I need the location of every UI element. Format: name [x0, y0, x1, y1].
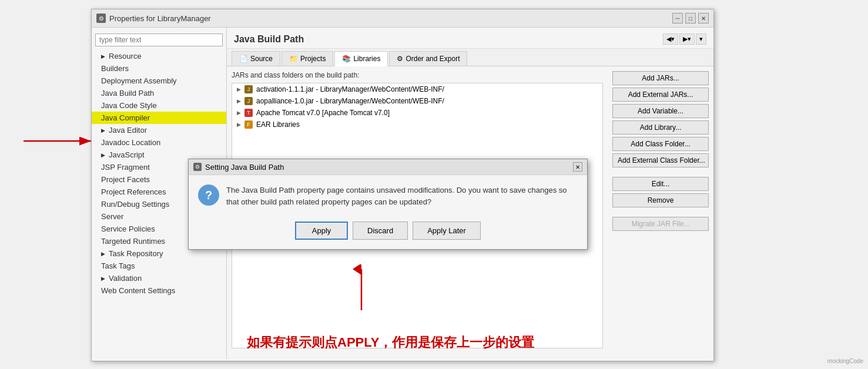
dialog-title: Setting Java Build Path: [205, 163, 284, 172]
jar-icon: J: [244, 85, 253, 93]
tab-source-label: Source: [250, 55, 273, 63]
sidebar-item-java-compiler[interactable]: Java Compiler: [92, 112, 226, 124]
nav-menu-button[interactable]: ▾: [696, 33, 706, 45]
edit-button[interactable]: Edit...: [612, 177, 709, 191]
source-tab-icon: 📄: [239, 55, 248, 63]
nav-back-button[interactable]: ◀▾: [663, 33, 678, 45]
sidebar-item-javadoc-location[interactable]: Javadoc Location: [92, 136, 226, 149]
title-bar-controls: ─ □ ✕: [672, 13, 709, 24]
sidebar-item-java-editor[interactable]: ▶ Java Editor: [92, 124, 226, 136]
expand-icon: ▶: [237, 122, 241, 128]
sidebar-item-task-tags[interactable]: Task Tags: [92, 260, 226, 272]
build-item-text: aopalliance-1.0.jar - LibraryManager/Web…: [256, 97, 444, 105]
panel-header: Java Build Path ◀▾ ▶▾ ▾: [227, 28, 713, 49]
tomcat-icon: T: [244, 109, 253, 117]
order-export-tab-icon: ⚙: [397, 55, 403, 63]
sidebar-item-label: Java Build Path: [101, 89, 154, 98]
panel-title: Java Build Path: [234, 34, 304, 45]
sidebar-item-label: Targeted Runtimes: [101, 237, 165, 246]
sidebar-item-label: Service Policies: [101, 224, 155, 233]
dialog-message: The Java Build Path property page contai…: [226, 184, 578, 207]
tab-source[interactable]: 📄 Source: [232, 51, 280, 66]
build-path-label: JARs and class folders on the build path…: [232, 71, 603, 79]
sidebar-item-java-build-path[interactable]: Java Build Path: [92, 87, 226, 99]
sidebar-item-label: Project Facets: [101, 175, 150, 184]
left-arrow-annotation: [24, 129, 100, 155]
dialog-close-button[interactable]: ✕: [573, 162, 582, 172]
sidebar-item-label: JSP Fragment: [101, 163, 150, 172]
tab-order-export-label: Order and Export: [405, 55, 460, 63]
build-item-text: Apache Tomcat v7.0 [Apache Tomcat v7.0]: [256, 109, 390, 117]
apply-later-button[interactable]: Apply Later: [413, 222, 481, 240]
projects-tab-icon: 📁: [289, 55, 298, 63]
build-list-item[interactable]: ▶ T Apache Tomcat v7.0 [Apache Tomcat v7…: [232, 107, 602, 119]
sidebar-item-builders[interactable]: Builders: [92, 62, 226, 75]
build-list-item[interactable]: ▶ J aopalliance-1.0.jar - LibraryManager…: [232, 95, 602, 107]
sidebar-item-validation[interactable]: ▶ Validation: [92, 272, 226, 284]
sidebar-item-label: Task Repository: [109, 249, 163, 258]
add-external-jars-button[interactable]: Add External JARs...: [612, 88, 709, 102]
nav-forward-button[interactable]: ▶▾: [679, 33, 695, 45]
tab-projects[interactable]: 📁 Projects: [281, 51, 333, 66]
restore-button[interactable]: □: [685, 13, 696, 24]
question-icon: ?: [198, 184, 219, 206]
sidebar-item-label: Java Code Style: [101, 101, 157, 110]
add-class-folder-button[interactable]: Add Class Folder...: [612, 137, 709, 151]
build-item-text: EAR Libraries: [256, 120, 300, 129]
sidebar-item-label: Task Tags: [101, 261, 135, 270]
sidebar-item-label: Javadoc Location: [101, 138, 160, 147]
build-list-item[interactable]: ▶ J activation-1.1.1.jar - LibraryManage…: [232, 83, 602, 95]
chinese-annotation: 如果有提示则点APPLY，作用是保存上一步的设置: [247, 334, 534, 351]
build-list-item[interactable]: ▶ F EAR Libraries: [232, 119, 602, 130]
minimize-button[interactable]: ─: [672, 13, 683, 24]
discard-button[interactable]: Discard: [353, 222, 408, 240]
expand-icon: ▶: [101, 128, 105, 133]
expand-icon: ▶: [101, 152, 105, 158]
migrate-jar-button[interactable]: Migrate JAR File...: [612, 217, 709, 231]
build-item-text: activation-1.1.1.jar - LibraryManager/We…: [256, 85, 444, 93]
filter-input[interactable]: [95, 33, 223, 46]
sidebar-item-label: Resource: [109, 52, 142, 61]
add-external-class-folder-button[interactable]: Add External Class Folder...: [612, 153, 709, 167]
sidebar-item-label: Web Content Settings: [101, 286, 175, 295]
watermark: mockingCode: [827, 358, 863, 364]
dialog-title-bar: ⚙ Setting Java Build Path ✕: [189, 159, 587, 175]
tab-projects-label: Projects: [300, 55, 326, 63]
sidebar-item-label: Java Editor: [109, 126, 147, 135]
build-path-right: Add JARs... Add External JARs... Add Var…: [608, 66, 713, 359]
expand-icon: ▶: [237, 98, 241, 104]
tab-libraries-label: Libraries: [353, 55, 380, 63]
add-library-button[interactable]: Add Library...: [612, 120, 709, 135]
add-jars-button[interactable]: Add JARs...: [612, 71, 709, 85]
sidebar-item-deployment-assembly[interactable]: Deployment Assembly: [92, 75, 226, 87]
tab-libraries[interactable]: 📚 Libraries: [334, 51, 388, 66]
sidebar-item-label: Project References: [101, 187, 166, 196]
add-variable-button[interactable]: Add Variable...: [612, 104, 709, 118]
dialog-body: ? The Java Build Path property page cont…: [189, 175, 587, 217]
sidebar-item-java-code-style[interactable]: Java Code Style: [92, 99, 226, 112]
remove-button[interactable]: Remove: [612, 193, 709, 207]
dialog-buttons: Apply Discard Apply Later: [189, 217, 587, 249]
sidebar-item-web-content-settings[interactable]: Web Content Settings: [92, 284, 226, 297]
dialog: ⚙ Setting Java Build Path ✕ ? The Java B…: [188, 159, 588, 250]
expand-icon: ▶: [237, 110, 241, 116]
window-icon: ⚙: [96, 14, 106, 23]
title-bar-left: ⚙ Properties for LibraryManager: [96, 14, 211, 23]
apply-button[interactable]: Apply: [295, 222, 348, 240]
nav-arrows: ◀▾ ▶▾ ▾: [663, 33, 706, 45]
sidebar-item-label: Server: [101, 212, 123, 221]
expand-icon: ▶: [237, 86, 241, 92]
window-title: Properties for LibraryManager: [109, 14, 211, 23]
sidebar-item-label: Deployment Assembly: [101, 76, 177, 85]
title-bar: ⚙ Properties for LibraryManager ─ □ ✕: [92, 9, 713, 28]
tab-order-export[interactable]: ⚙ Order and Export: [389, 51, 467, 66]
sidebar-item-label: Validation: [109, 274, 142, 283]
sidebar-item-resource[interactable]: ▶ Resource: [92, 50, 226, 62]
tabs-bar: 📄 Source 📁 Projects 📚 Libraries ⚙ Order …: [227, 49, 713, 66]
jar-icon: J: [244, 97, 253, 105]
sidebar-item-label: Builders: [101, 64, 129, 73]
folder-icon: F: [244, 120, 253, 129]
dialog-title-left: ⚙ Setting Java Build Path: [193, 163, 284, 172]
sidebar-item-label: Run/Debug Settings: [101, 200, 169, 209]
close-button[interactable]: ✕: [698, 13, 709, 24]
